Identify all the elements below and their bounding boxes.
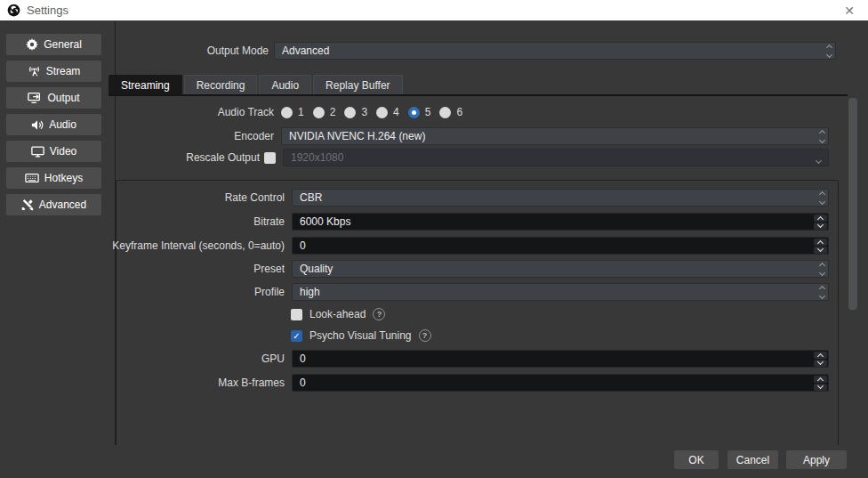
output-mode-label: Output Mode: [207, 42, 269, 60]
sidebar-item-hotkeys[interactable]: Hotkeys: [6, 167, 101, 189]
broadcast-icon: [28, 65, 41, 77]
output-mode-value: Advanced: [282, 45, 329, 57]
max-bframes-label: Max B-frames: [218, 374, 285, 392]
radio-icon[interactable]: [313, 107, 325, 118]
tab-recording[interactable]: Recording: [184, 75, 258, 94]
radio-label: 1: [298, 103, 304, 121]
rescale-output-checkbox[interactable]: ✓: [264, 152, 276, 164]
audio-track-option[interactable]: 3: [344, 103, 367, 121]
radio-icon[interactable]: [281, 107, 293, 118]
radio-label: 5: [425, 103, 431, 121]
spin-down-button[interactable]: [814, 247, 827, 254]
tab-streaming[interactable]: Streaming: [108, 75, 182, 94]
ok-button[interactable]: OK: [674, 450, 719, 469]
rate-control-select[interactable]: CBR: [292, 189, 829, 207]
keyframe-interval-spinbox[interactable]: 0: [292, 237, 829, 255]
audio-track-radio-group: 1 2 3 4 5 6: [281, 103, 462, 121]
rescale-output-label: Rescale Output: [186, 149, 260, 166]
tab-audio[interactable]: Audio: [259, 75, 311, 94]
output-mode-select[interactable]: Advanced: [274, 42, 836, 60]
window-title: Settings: [27, 4, 68, 17]
sidebar: General Stream Output Audio Video Hotkey…: [0, 20, 115, 458]
radio-icon[interactable]: [344, 107, 356, 118]
bitrate-label: Bitrate: [253, 213, 285, 231]
max-bframes-spinbox[interactable]: 0: [292, 374, 829, 392]
sidebar-item-label: Stream: [46, 65, 81, 77]
gear-icon: [26, 38, 38, 51]
radio-label: 4: [393, 103, 399, 121]
sidebar-item-output[interactable]: Output: [6, 87, 101, 109]
rescale-resolution-select: 1920x1080: [283, 149, 829, 166]
spin-up-button[interactable]: [814, 352, 827, 359]
obs-logo-icon: [7, 4, 20, 17]
combo-arrows-icon: [820, 190, 824, 206]
sidebar-item-general[interactable]: General: [6, 34, 101, 55]
combo-arrows-icon: [820, 284, 824, 300]
sidebar-item-label: Audio: [49, 118, 76, 131]
spin-up-button[interactable]: [814, 376, 827, 383]
close-icon[interactable]: ✕: [838, 0, 861, 20]
apply-button[interactable]: Apply: [786, 450, 847, 469]
help-icon[interactable]: ?: [373, 308, 385, 320]
sidebar-item-audio[interactable]: Audio: [6, 114, 101, 135]
combo-arrows-icon: [827, 43, 832, 59]
radio-icon[interactable]: [376, 107, 388, 118]
look-ahead-checkbox[interactable]: ✓: [291, 309, 302, 320]
preset-label: Preset: [253, 260, 285, 278]
tab-replay-buffer[interactable]: Replay Buffer: [313, 75, 403, 94]
tab-separator: [108, 94, 848, 96]
cancel-button[interactable]: Cancel: [727, 450, 778, 469]
audio-track-option[interactable]: 6: [439, 103, 462, 121]
radio-icon[interactable]: [439, 107, 451, 118]
spin-down-button[interactable]: [814, 360, 827, 367]
tab-label: Recording: [197, 79, 245, 92]
audio-track-option[interactable]: 2: [313, 103, 336, 121]
psycho-visual-tuning-row: ✓ Psycho Visual Tuning ?: [291, 329, 431, 342]
gpu-value: 0: [300, 352, 306, 365]
rescale-resolution-value: 1920x1080: [291, 151, 343, 164]
gpu-spinbox[interactable]: 0: [292, 350, 829, 368]
profile-select[interactable]: high: [292, 283, 829, 301]
audio-track-option[interactable]: 5: [408, 103, 431, 121]
tab-label: Streaming: [121, 79, 170, 92]
psycho-visual-tuning-label: Psycho Visual Tuning: [309, 329, 412, 342]
sidebar-item-label: Advanced: [39, 198, 86, 211]
max-bframes-value: 0: [300, 377, 306, 389]
bitrate-spinbox[interactable]: 6000 Kbps: [292, 213, 829, 231]
rate-control-label: Rate Control: [225, 189, 285, 207]
audio-track-option[interactable]: 4: [376, 103, 399, 121]
output-tabs: Streaming Recording Audio Replay Buffer: [108, 75, 403, 94]
sidebar-item-label: Hotkeys: [44, 172, 83, 184]
monitor-icon: [31, 146, 44, 158]
help-icon[interactable]: ?: [419, 329, 431, 342]
spin-up-button[interactable]: [814, 215, 827, 222]
bitrate-value: 6000 Kbps: [300, 215, 350, 228]
profile-value: high: [300, 286, 320, 298]
vertical-scrollbar[interactable]: [848, 98, 857, 310]
encoder-value: NVIDIA NVENC H.264 (new): [289, 130, 425, 142]
preset-select[interactable]: Quality: [292, 260, 829, 278]
tools-icon: [21, 198, 34, 211]
combo-arrows-icon: [820, 261, 824, 277]
spin-down-button[interactable]: [814, 384, 827, 391]
preset-value: Quality: [300, 263, 333, 275]
speaker-icon: [31, 119, 44, 131]
look-ahead-row: ✓ Look-ahead ?: [291, 308, 385, 320]
radio-icon[interactable]: [408, 107, 420, 118]
spin-down-button[interactable]: [814, 223, 827, 230]
sidebar-item-label: Video: [50, 145, 76, 158]
encoder-select[interactable]: NVIDIA NVENC H.264 (new): [281, 127, 829, 145]
sidebar-item-advanced[interactable]: Advanced: [6, 194, 101, 215]
sidebar-item-stream[interactable]: Stream: [6, 61, 101, 82]
titlebar: Settings ✕: [0, 0, 868, 20]
spin-up-button[interactable]: [814, 239, 827, 246]
display-arrow-icon: [28, 92, 42, 104]
psycho-visual-tuning-checkbox[interactable]: ✓: [291, 330, 302, 342]
sidebar-item-video[interactable]: Video: [6, 141, 101, 162]
keyframe-interval-label: Keyframe Interval (seconds, 0=auto): [112, 237, 285, 255]
rate-control-value: CBR: [300, 191, 322, 204]
tab-label: Audio: [271, 79, 299, 92]
audio-track-option[interactable]: 1: [281, 103, 304, 121]
keyboard-icon: [25, 173, 39, 183]
keyframe-interval-value: 0: [300, 239, 306, 252]
